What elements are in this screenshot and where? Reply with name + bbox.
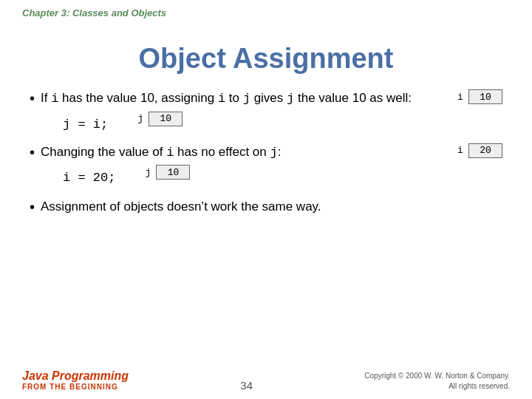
bullet-1-text: If i has the value 10, assigning i to j …	[41, 89, 428, 109]
code-1-area: j = i; j 10	[41, 112, 502, 137]
bullet-2-content: Changing the value of i has no effect on…	[41, 143, 502, 191]
diag-row-i2: i 20	[457, 143, 502, 158]
footer: Java Programming FROM THE BEGINNING 34 C…	[0, 369, 532, 392]
bullet-3-marker: •	[30, 199, 35, 216]
bullet-1-content: If i has the value 10, assigning i to j …	[41, 89, 502, 137]
diag-label-j: j	[137, 113, 145, 124]
diag-label-i2: i	[457, 145, 465, 156]
diagram-4: j 10	[145, 165, 190, 182]
code-2: i = 20;	[63, 171, 115, 185]
diag-box-j-val: 10	[149, 112, 183, 126]
diag-label-i: i	[457, 92, 465, 103]
diagram-2: j 10	[137, 112, 183, 129]
code-2-area: i = 20; j 10	[41, 165, 502, 191]
footer-copyright: Copyright © 2000 W. W. Norton & Company.…	[364, 371, 510, 392]
bullet-3-content: Assignment of objects doesn’t work the s…	[41, 198, 502, 216]
diag-box-i-val: 10	[468, 89, 502, 104]
code-1: j = i;	[63, 117, 108, 132]
bullet-2-marker: •	[30, 144, 35, 161]
diag-label-j2: j	[145, 167, 152, 178]
footer-from-beginning: FROM THE BEGINNING	[22, 383, 129, 392]
bullet-2-text: Changing the value of i has no effect on…	[41, 143, 428, 163]
diag-box-i2-val: 20	[468, 143, 502, 158]
bullet-2: • Changing the value of i has no effect …	[30, 143, 502, 191]
bullet-3-text: Assignment of objects doesn’t work the s…	[41, 200, 321, 214]
footer-left: Java Programming FROM THE BEGINNING	[22, 369, 129, 392]
chapter-header-text: Chapter 3: Classes and Objects	[22, 7, 166, 18]
bullet-1-area: If i has the value 10, assigning i to j …	[41, 89, 502, 109]
bullet-2-area: Changing the value of i has no effect on…	[41, 143, 502, 163]
bullet-1-marker: •	[30, 90, 35, 107]
bullet-1: • If i has the value 10, assigning i to …	[30, 89, 502, 137]
diagram-3: i 20	[457, 143, 502, 160]
main-title: Object Assignment	[0, 30, 532, 75]
diagram-1: i 10	[457, 89, 502, 106]
diag-box-j2-val: 10	[156, 165, 190, 180]
footer-java-label: Java Programming	[22, 369, 129, 383]
diag-row-j2: j 10	[145, 165, 190, 180]
diag-row-i: i 10	[457, 89, 502, 104]
diag-row-j: j 10	[137, 112, 183, 126]
chapter-header: Chapter 3: Classes and Objects	[22, 7, 166, 18]
bullet-3: • Assignment of objects doesn’t work the…	[30, 198, 502, 216]
footer-page: 34	[240, 379, 253, 392]
